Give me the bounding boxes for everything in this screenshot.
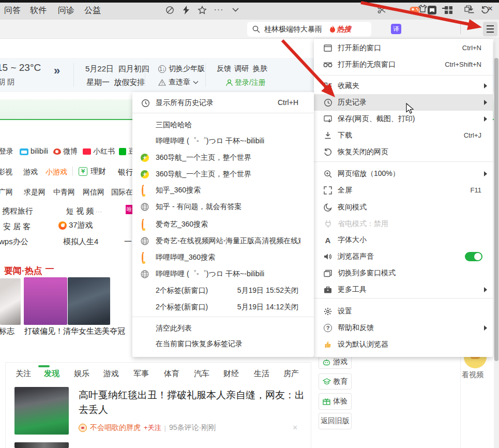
quicklink-bilibili[interactable]: bilibili bbox=[20, 147, 48, 155]
author-name[interactable]: 不会唱歌的胖虎 bbox=[90, 423, 141, 432]
nav-tab-charity[interactable]: 公益 bbox=[84, 5, 101, 16]
quicklink-cut[interactable]: 一 bbox=[124, 237, 132, 247]
quicklink-games[interactable]: 游戏 bbox=[23, 168, 38, 177]
history-item-closed-window[interactable]: 2个标签(新窗口) 5月19日 15:52关闭 bbox=[132, 282, 314, 299]
menu-item-more-tools[interactable]: 更多工具 bbox=[314, 281, 493, 298]
search-query-text[interactable]: 桂林极端特大暴雨 bbox=[264, 25, 322, 34]
history-restore-tabs[interactable]: 在当前窗口恢复多标签记录 bbox=[132, 336, 314, 352]
news-photo[interactable] bbox=[14, 387, 69, 435]
quicklink-movies[interactable]: 影视 bbox=[0, 168, 12, 177]
speed-mode-button[interactable] bbox=[180, 4, 192, 16]
feed-tab-realestate[interactable]: 房产 bbox=[283, 369, 299, 379]
dismiss-news-button[interactable]: × bbox=[293, 423, 297, 432]
watch-video-link[interactable]: 看视频 bbox=[462, 370, 483, 380]
side-button-games[interactable]: 游戏 bbox=[319, 355, 352, 369]
nav-tab-software[interactable]: 软件 bbox=[30, 5, 47, 16]
menu-item-browser-sound[interactable]: 浏览器声音 bbox=[314, 248, 493, 265]
side-button-old-version[interactable]: 返回旧版 bbox=[319, 413, 352, 429]
hotnews-caption-left[interactable]: 标志 bbox=[0, 326, 14, 336]
menu-item-multiwindow-mode[interactable]: 切换到多窗口模式 bbox=[314, 265, 493, 281]
translate-button[interactable]: 译 bbox=[391, 24, 401, 34]
menu-item-night-mode[interactable]: 夜间模式 bbox=[314, 199, 493, 216]
history-item[interactable]: + 360导航_一个主页，整个世界 bbox=[132, 150, 314, 166]
main-menu-button[interactable] bbox=[483, 22, 497, 36]
skin-link[interactable]: 换肤 bbox=[253, 64, 267, 73]
reading-mode-button[interactable] bbox=[426, 4, 438, 16]
feed-tab-follow[interactable]: 关注 bbox=[16, 369, 31, 379]
history-item[interactable]: 哔哩哔哩 (゜-゜)つロ 干杯~-bilibili bbox=[132, 133, 314, 150]
scrollbar-thumb[interactable] bbox=[494, 58, 498, 361]
hotnews-photo-graduation[interactable] bbox=[24, 277, 67, 325]
teen-mode-link[interactable]: 1↓切换少年版 bbox=[158, 64, 205, 73]
quicklink-sims[interactable]: 模拟人生4 bbox=[63, 237, 98, 247]
game-center-button[interactable] bbox=[409, 4, 421, 16]
menu-item-history[interactable]: 历史记录 bbox=[314, 94, 493, 111]
menu-item-set-default-browser[interactable]: 设为默认浏览器 bbox=[314, 336, 493, 353]
quicklink-finance[interactable]: ￥理财 bbox=[79, 167, 106, 176]
hotnews-photo-left[interactable] bbox=[0, 278, 21, 325]
violation-check-link[interactable]: 查违章 bbox=[158, 78, 199, 87]
menu-item-font-size[interactable]: A 字体大小 bbox=[314, 232, 493, 248]
search-box[interactable]: 桂林极端特大暴雨 热搜 bbox=[247, 22, 371, 37]
menu-item-settings[interactable]: 设置 bbox=[314, 303, 493, 320]
history-clear-list[interactable]: 清空此列表 bbox=[132, 320, 314, 337]
feed-tab-entertainment[interactable]: 娱乐 bbox=[74, 369, 89, 379]
follow-button[interactable]: +关注 bbox=[144, 423, 161, 432]
menu-item-new-incognito-window[interactable]: 打开新的无痕窗口 Ctrl+Shift+N bbox=[314, 56, 493, 73]
quicklink-xiaohongshu[interactable]: 小红书 bbox=[83, 147, 115, 156]
history-item[interactable]: 哔哩哔哩 (゜-゜)つロ 干杯~-bilibili bbox=[132, 266, 314, 282]
history-show-all[interactable]: 显示所有历史记录 Ctrl+H bbox=[132, 95, 314, 111]
feed-tab-games[interactable]: 游戏 bbox=[103, 369, 119, 379]
sound-toggle[interactable] bbox=[465, 252, 482, 261]
adblock-button[interactable] bbox=[163, 4, 176, 16]
login-register-link[interactable]: 登录/注册 bbox=[226, 78, 266, 87]
quicklink-guangwang[interactable]: 广网 bbox=[0, 188, 13, 197]
news-photo-next[interactable] bbox=[14, 442, 69, 448]
quicklink-minigames[interactable]: 小游戏 bbox=[46, 168, 67, 177]
quicklink-anjuke[interactable]: 安 居 客 bbox=[3, 222, 31, 232]
menu-item-page-zoom[interactable]: 网页缩放（100%） bbox=[314, 166, 493, 182]
nav-tab-clinic[interactable]: 问诊 bbox=[58, 5, 74, 16]
nav-tab-qa[interactable]: 问答 bbox=[4, 5, 21, 16]
news-title[interactable]: 高叶戛纳红毯出丑！撑破礼服本人亲自缝，网友：出去丢人 bbox=[79, 388, 311, 417]
hot-search-link[interactable]: 热搜 bbox=[329, 25, 351, 34]
hotnews-caption[interactable]: 打破偏见！清华女生选美夺冠 bbox=[24, 326, 125, 336]
menu-item-save[interactable]: 保存(网页、截图、打印) bbox=[314, 111, 493, 127]
screenshot-button[interactable] bbox=[375, 4, 388, 16]
quicklink-zhongqing[interactable]: 中青网 bbox=[53, 188, 75, 197]
history-item[interactable]: 爱奇艺-在线视频网站-海量正版高清视频在线观看 bbox=[132, 233, 314, 249]
quicklink-login[interactable]: 登录 bbox=[0, 147, 13, 156]
quicklink-shortvideo[interactable]: 短 视 频··· bbox=[66, 206, 102, 216]
feed-tab-life[interactable]: 生活 bbox=[254, 369, 269, 379]
history-item[interactable]: 知乎 - 有问题，就会有答案 bbox=[132, 199, 314, 215]
feed-tab-discover[interactable]: 发现 bbox=[44, 369, 59, 379]
feed-tab-sports[interactable]: 体育 bbox=[164, 369, 179, 379]
quicklink-guoji[interactable]: 国际在 bbox=[111, 188, 133, 197]
side-button-education[interactable]: 教育 bbox=[319, 374, 352, 390]
menu-item-fullscreen[interactable]: 全屏 F11 bbox=[314, 182, 493, 199]
quicklink-wangxin[interactable]: 网信网 bbox=[83, 188, 104, 197]
quicklink-ctrip[interactable]: 携程旅行 bbox=[2, 206, 33, 216]
hotnews-photo-pageant[interactable] bbox=[68, 277, 110, 325]
more-actions-button[interactable]: ··· bbox=[213, 4, 225, 16]
menu-item-power-save[interactable]: 省电模式：禁用 bbox=[314, 216, 493, 232]
history-item[interactable]: + 360导航_一个主页，整个世界 bbox=[132, 166, 314, 183]
weather-expand-chevron[interactable]: » bbox=[54, 64, 60, 78]
apps-grid-button[interactable] bbox=[442, 4, 455, 16]
menu-item-help-feedback[interactable]: ? 帮助和反馈 bbox=[314, 320, 493, 336]
quicklink-wps[interactable]: wps办公 bbox=[0, 237, 28, 247]
history-item[interactable]: 知乎_360搜索 bbox=[132, 182, 314, 199]
bookmark-page-button[interactable] bbox=[196, 4, 208, 16]
menu-item-bookmarks[interactable]: 收藏夹 bbox=[314, 78, 493, 94]
undo-closed-tab-button[interactable] bbox=[480, 4, 490, 16]
holiday-schedule-link[interactable]: 放假安排 bbox=[114, 78, 145, 86]
history-item[interactable]: 哔哩哔哩_360搜索 bbox=[132, 249, 314, 266]
feedback-link[interactable]: 反馈 bbox=[217, 64, 231, 73]
feed-tab-military[interactable]: 军事 bbox=[133, 369, 149, 379]
survey-link[interactable]: 调研 bbox=[234, 64, 249, 73]
downloads-button[interactable] bbox=[465, 4, 477, 16]
quicklink-vip-badge[interactable]: 唯 bbox=[126, 205, 133, 214]
quicklink-37games[interactable]: 37游戏 bbox=[58, 220, 93, 230]
feed-tab-auto[interactable]: 汽车 bbox=[194, 369, 209, 379]
menu-item-restore-closed[interactable]: 恢复关闭的网页 bbox=[314, 144, 493, 160]
